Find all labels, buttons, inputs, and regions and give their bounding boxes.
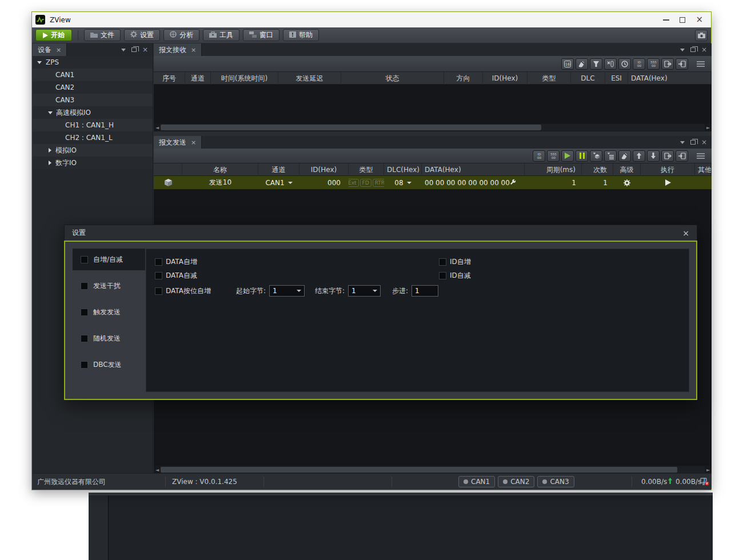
tab-receive[interactable]: 报文接收 ×	[154, 43, 202, 56]
col-esi[interactable]: ESI	[605, 72, 628, 85]
id-dec-option[interactable]: ID自减	[439, 271, 471, 281]
timestamp-icon[interactable]	[618, 58, 631, 70]
col-period[interactable]: 周期(ms)	[525, 163, 582, 176]
filter-icon[interactable]	[590, 58, 602, 70]
tree-item-can3[interactable]: CAN3	[33, 94, 153, 106]
dialog-tab-dbc-send[interactable]: DBC发送	[73, 354, 145, 375]
hex-display-icon[interactable]: 16	[561, 58, 574, 70]
checkbox[interactable]	[155, 287, 162, 295]
checkbox[interactable]	[81, 361, 88, 369]
receive-hscrollbar[interactable]: ◄ ►	[154, 123, 712, 131]
dlc-select[interactable]: 08	[384, 176, 422, 189]
add-frame-icon[interactable]	[590, 150, 602, 162]
tree-item-can2[interactable]: CAN2	[33, 81, 153, 94]
can3-indicator[interactable]: CAN3	[537, 476, 574, 487]
tab-send[interactable]: 报文发送 ×	[154, 136, 202, 149]
tree-item-can1[interactable]: CAN1	[33, 69, 153, 81]
col-name[interactable]: 名称	[182, 163, 258, 176]
checkbox[interactable]	[439, 258, 446, 266]
panel-menu-icon[interactable]	[121, 49, 126, 51]
scroll-right-icon[interactable]: ►	[705, 466, 712, 474]
send-row-data[interactable]: 00 00 00 00 00 00 00 00	[422, 176, 525, 189]
checkbox[interactable]	[155, 272, 162, 279]
start-send-icon[interactable]	[561, 150, 574, 162]
tab-close-icon[interactable]: ×	[56, 46, 61, 54]
file-button[interactable]: 文件	[84, 29, 121, 41]
checkbox[interactable]	[81, 256, 88, 263]
col-dlc[interactable]: DLC	[571, 72, 605, 85]
col-seq[interactable]: 序号	[154, 72, 185, 85]
col-advanced[interactable]: 高级	[613, 163, 641, 176]
checkbox[interactable]	[155, 258, 162, 266]
send-row[interactable]: 发送10 CAN1 000 Ext FD RTR 08 00 00 00 00 …	[154, 176, 712, 189]
send-row-name[interactable]: 发送10	[182, 176, 258, 189]
tools-button[interactable]: 工具	[203, 29, 239, 41]
tree-item-ch2[interactable]: CH2 : CAN1_L	[33, 131, 153, 144]
move-down-icon[interactable]	[647, 150, 660, 162]
panel-menu-icon[interactable]	[680, 141, 685, 144]
send-hscrollbar[interactable]: ◄ ►	[154, 466, 712, 474]
start-byte-select[interactable]: 1	[269, 285, 305, 297]
export-icon[interactable]	[661, 58, 674, 70]
col-data[interactable]: DATA(Hex)	[628, 72, 712, 85]
dialog-tab-trigger-send[interactable]: 触发发送	[73, 301, 145, 323]
panel-float-icon[interactable]	[690, 47, 696, 52]
expander-closed-icon[interactable]	[49, 161, 51, 165]
execute-play-icon[interactable]	[641, 176, 695, 189]
badge-ext[interactable]: Ext	[349, 179, 359, 187]
col-icon[interactable]	[154, 163, 182, 176]
col-dlc[interactable]: DLC(Hex)	[384, 163, 422, 176]
scroll-left-icon[interactable]: ◄	[154, 466, 161, 474]
can2-indicator[interactable]: CAN2	[498, 476, 534, 487]
panel-close-icon[interactable]: ×	[142, 47, 148, 53]
col-time[interactable]: 时间(系统时间)	[211, 72, 278, 85]
col-id[interactable]: ID(Hex)	[483, 72, 528, 85]
tree-item-digital-io[interactable]: 数字IO	[33, 157, 153, 169]
col-send-delay[interactable]: 发送延迟	[278, 72, 341, 85]
panel-float-icon[interactable]	[131, 47, 137, 52]
checkbox[interactable]	[81, 309, 88, 316]
data-format-icon[interactable]: 55500	[547, 150, 560, 162]
window-button[interactable]: 窗口	[243, 29, 279, 41]
export-icon[interactable]	[661, 150, 674, 162]
dialog-tab-send-interfere[interactable]: 发送干扰	[73, 275, 145, 297]
data-format-icon[interactable]: 55500	[647, 58, 660, 70]
col-data[interactable]: DATA(Hex)	[422, 163, 525, 176]
checkbox[interactable]	[81, 282, 88, 290]
badge-rtr[interactable]: RTR	[373, 179, 384, 187]
col-id[interactable]: ID(Hex)	[299, 163, 349, 176]
panel-close-icon[interactable]: ×	[701, 139, 707, 145]
badge-fd[interactable]: FD	[360, 179, 372, 187]
col-direction[interactable]: 方向	[444, 72, 483, 85]
col-type[interactable]: 类型	[349, 163, 384, 176]
analyze-button[interactable]: 分析	[163, 29, 199, 41]
close-button[interactable]: ×	[696, 16, 703, 23]
channel-select[interactable]: CAN1	[258, 176, 299, 189]
col-channel[interactable]: 通道	[258, 163, 299, 176]
checkbox[interactable]	[81, 335, 88, 342]
scroll-left-icon[interactable]: ◄	[154, 123, 161, 131]
import-icon[interactable]	[676, 58, 688, 70]
panel-float-icon[interactable]	[690, 140, 696, 145]
panel-menu-icon[interactable]	[680, 49, 685, 51]
expander-open-icon[interactable]	[48, 111, 53, 114]
dialog-tab-auto-inc-dec[interactable]: 自增/自减	[73, 249, 145, 270]
data-inc-option[interactable]: DATA自增	[155, 257, 197, 267]
col-execute[interactable]: 执行	[641, 163, 695, 176]
screenshot-button[interactable]	[695, 30, 708, 41]
col-status[interactable]: 状态	[341, 72, 444, 85]
end-byte-select[interactable]: 1	[348, 285, 381, 297]
tree-item-ch1[interactable]: CH1 : CAN1_H	[33, 119, 153, 131]
panel-options-menu-icon[interactable]	[693, 150, 708, 162]
panel-close-icon[interactable]: ×	[701, 47, 707, 53]
tree-item-hs-analog-io[interactable]: 高速模拟IO	[33, 106, 153, 119]
checkbox[interactable]	[439, 272, 446, 279]
col-other[interactable]: 其他	[695, 163, 712, 176]
send-row-period[interactable]: 1	[525, 176, 582, 189]
dialog-tab-random-send[interactable]: 随机发送	[73, 327, 145, 349]
tree-item-zps[interactable]: ZPS	[33, 56, 153, 69]
tree-item-analog-io[interactable]: 模拟IO	[33, 144, 153, 157]
tab-close-icon[interactable]: ×	[191, 139, 196, 146]
can1-indicator[interactable]: CAN1	[458, 476, 495, 487]
col-channel[interactable]: 通道	[185, 72, 211, 85]
